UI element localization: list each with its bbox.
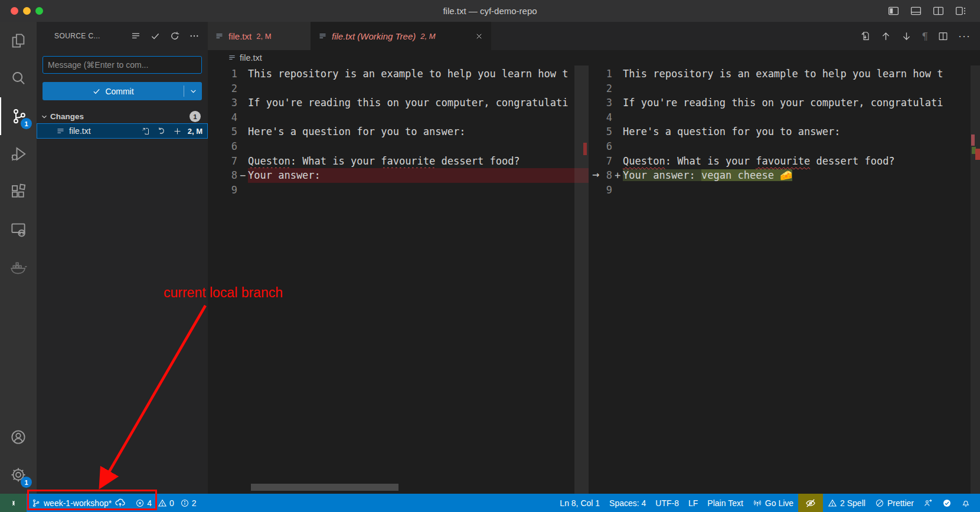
discard-changes-icon[interactable]	[157, 127, 166, 136]
changed-file-name: file.txt	[69, 126, 141, 136]
view-as-list-icon[interactable]	[130, 31, 141, 41]
indentation-indicator[interactable]: Spaces: 4	[605, 494, 651, 512]
accounts-icon[interactable]	[0, 418, 37, 456]
error-count: 4	[147, 498, 152, 508]
remote-icon	[9, 498, 18, 508]
problems-indicator[interactable]: 4 0 2	[130, 494, 204, 512]
customize-layout-icon[interactable]	[955, 5, 967, 17]
line-number: 2	[208, 81, 237, 96]
tab-badge: 2, M	[420, 32, 435, 41]
line-text: Your answer: vegan cheese 🧀	[623, 168, 980, 183]
code-line: 4	[208, 110, 589, 125]
remote-indicator[interactable]	[0, 494, 27, 512]
tab-file-working-tree[interactable]: file.txt (Working Tree) 2, M	[311, 22, 491, 50]
left-horizontal-scrollbar[interactable]	[251, 484, 398, 491]
branch-indicator[interactable]: week-1-workshop*	[27, 494, 130, 512]
toggle-sidebar-icon[interactable]	[887, 5, 900, 17]
diff-modified-pane[interactable]: → 1This repository is an example to help…	[589, 65, 980, 494]
diff-marker: −	[237, 168, 248, 183]
extensions-icon[interactable]	[0, 173, 37, 211]
scm-badge: 1	[21, 118, 32, 129]
commit-dropdown-chevron[interactable]	[184, 87, 202, 95]
explorer-icon[interactable]	[0, 22, 37, 60]
more-actions-icon[interactable]	[189, 31, 200, 41]
zoom-window-button[interactable]	[35, 7, 43, 15]
eol-indicator[interactable]: LF	[684, 494, 703, 512]
breadcrumb[interactable]: file.txt	[208, 50, 980, 65]
check-circle-icon	[942, 498, 952, 508]
commit-button-label: Commit	[105, 87, 133, 96]
line-text	[623, 110, 980, 125]
inline-view-icon[interactable]	[860, 31, 871, 42]
line-number: 1	[208, 67, 237, 81]
line-text: If you're reading this on your computer,…	[248, 96, 589, 110]
refresh-icon[interactable]	[169, 31, 180, 41]
search-icon[interactable]	[0, 60, 37, 97]
window-title: file.txt — cyf-demo-repo	[0, 6, 980, 16]
line-text	[623, 81, 980, 96]
source-control-icon[interactable]: 1	[0, 97, 37, 135]
warnings-icon	[158, 498, 167, 508]
go-live-button[interactable]: Go Live	[748, 494, 798, 512]
docker-icon[interactable]	[0, 248, 37, 286]
breadcrumb-file: file.txt	[240, 53, 262, 63]
stage-changes-icon[interactable]	[173, 127, 182, 136]
commit-message-input[interactable]	[43, 56, 202, 74]
changes-count-badge: 1	[190, 111, 201, 122]
split-editor-layout-icon[interactable]	[932, 5, 945, 17]
commit-button[interactable]: Commit	[43, 82, 202, 100]
code-line: 8−Your answer:	[208, 168, 589, 183]
code-line: 9	[589, 183, 980, 198]
screencast-off-button[interactable]	[798, 494, 823, 512]
commit-check-icon[interactable]	[150, 31, 161, 41]
text-file-icon	[215, 32, 224, 41]
changed-file-row[interactable]: file.txt 2, M	[37, 123, 208, 139]
circle-slash-icon	[875, 498, 884, 508]
line-text: If you're reading this on your computer,…	[623, 96, 980, 110]
feedback-button[interactable]	[919, 494, 937, 512]
language-mode[interactable]: Plain Text	[703, 494, 747, 512]
title-bar: file.txt — cyf-demo-repo	[0, 0, 980, 22]
remote-explorer-icon[interactable]	[0, 211, 37, 248]
status-bar: week-1-workshop* 4 0 2 Ln 8, Col 1 Space…	[0, 494, 980, 512]
sync-status-button[interactable]	[937, 494, 956, 512]
open-file-icon[interactable]	[141, 127, 150, 136]
changes-section-header[interactable]: Changes 1	[37, 110, 208, 123]
next-change-icon[interactable]	[901, 31, 912, 42]
git-branch-icon	[31, 498, 41, 508]
diff-marker	[612, 67, 623, 81]
line-text: This repository is an example to help yo…	[248, 67, 589, 81]
line-number: 2	[589, 81, 612, 96]
notifications-bell[interactable]	[956, 494, 975, 512]
minimize-window-button[interactable]	[23, 7, 31, 15]
code-line: 5Here's a question for you to answer:	[589, 124, 980, 139]
cursor-position[interactable]: Ln 8, Col 1	[555, 494, 605, 512]
split-editor-icon[interactable]	[937, 31, 949, 42]
prettier-status[interactable]: Prettier	[870, 494, 919, 512]
diff-marker	[237, 183, 248, 198]
line-text	[248, 139, 589, 154]
run-debug-icon[interactable]	[0, 135, 37, 173]
errors-icon	[135, 498, 145, 508]
line-text	[248, 110, 589, 125]
diff-marker	[237, 110, 248, 125]
diff-original-pane[interactable]: 1This repository is an example to help y…	[208, 65, 589, 494]
right-vertical-scrollbar[interactable]	[971, 65, 980, 494]
toggle-panel-icon[interactable]	[910, 5, 922, 17]
file-change-badge: 2, M	[188, 127, 202, 136]
line-number: 7	[208, 154, 237, 169]
code-line: 7Queston: What is your favourite dessert…	[589, 154, 980, 169]
left-vertical-scrollbar[interactable]	[574, 65, 589, 494]
tab-file[interactable]: file.txt 2, M	[208, 22, 311, 50]
diff-marker	[237, 154, 248, 169]
encoding-indicator[interactable]: UTF-8	[651, 494, 684, 512]
spell-checker-status[interactable]: 2 Spell	[823, 494, 870, 512]
line-number: 1	[589, 67, 612, 81]
render-whitespace-icon[interactable]: ¶	[922, 30, 928, 42]
more-actions-icon[interactable]: ···	[958, 30, 971, 42]
close-tab-icon[interactable]	[475, 32, 484, 41]
line-text	[248, 183, 589, 198]
close-window-button[interactable]	[11, 7, 18, 15]
previous-change-icon[interactable]	[880, 31, 891, 42]
settings-gear-icon[interactable]: 1	[0, 456, 37, 494]
